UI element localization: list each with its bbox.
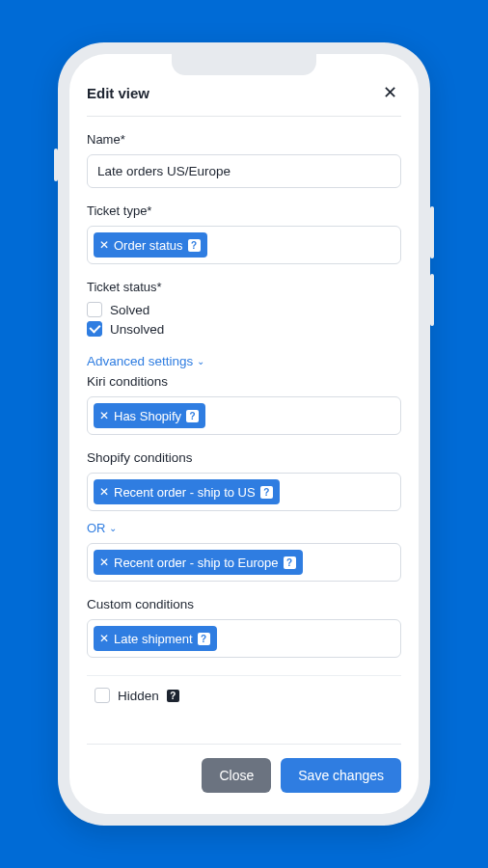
tag-label: Recent order - ship to US xyxy=(114,485,256,500)
ticket-type-label: Ticket type* xyxy=(87,203,401,218)
tag-has-shopify[interactable]: ✕ Has Shopify ? xyxy=(94,403,205,428)
advanced-settings-toggle[interactable]: Advanced settings ⌄ xyxy=(87,354,204,368)
hidden-label: Hidden xyxy=(118,689,159,703)
tag-remove-icon[interactable]: ✕ xyxy=(99,410,109,421)
chevron-down-icon: ⌄ xyxy=(109,523,117,533)
save-button[interactable]: Save changes xyxy=(281,758,401,793)
checkbox-solved[interactable] xyxy=(87,302,102,317)
info-icon[interactable]: ? xyxy=(198,633,210,645)
name-input[interactable] xyxy=(87,154,401,188)
tag-ship-europe[interactable]: ✕ Recent order - ship to Europe ? xyxy=(94,550,303,575)
tag-remove-icon[interactable]: ✕ xyxy=(99,239,109,251)
tag-late-shipment[interactable]: ✕ Late shipment ? xyxy=(94,626,217,651)
divider xyxy=(87,675,401,676)
info-icon[interactable]: ? xyxy=(167,690,179,702)
info-icon[interactable]: ? xyxy=(284,556,296,569)
checkbox-unsolved[interactable] xyxy=(87,321,102,337)
tag-label: Order status xyxy=(114,238,183,253)
checkbox-hidden[interactable] xyxy=(95,688,110,703)
tag-label: Late shipment xyxy=(114,632,193,646)
or-label: OR xyxy=(87,521,106,535)
tag-order-status[interactable]: ✕ Order status ? xyxy=(94,232,207,258)
tag-remove-icon[interactable]: ✕ xyxy=(99,633,109,644)
page-title: Edit view xyxy=(87,85,149,101)
info-icon[interactable]: ? xyxy=(188,239,201,252)
tag-label: Has Shopify xyxy=(114,409,181,423)
checkbox-solved-label: Solved xyxy=(110,303,149,317)
info-icon[interactable]: ? xyxy=(186,410,199,422)
checkbox-unsolved-label: Unsolved xyxy=(110,322,164,337)
custom-conditions-field[interactable]: ✕ Late shipment ? xyxy=(87,619,401,658)
close-icon[interactable]: ✕ xyxy=(378,81,401,104)
advanced-settings-label: Advanced settings xyxy=(87,354,193,368)
custom-conditions-label: Custom conditions xyxy=(87,597,401,611)
shopify-conditions-field-1[interactable]: ✕ Recent order - ship to US ? xyxy=(87,473,401,511)
modal-header: Edit view ✕ xyxy=(87,81,401,117)
shopify-conditions-field-2[interactable]: ✕ Recent order - ship to Europe ? xyxy=(87,543,401,582)
info-icon[interactable]: ? xyxy=(260,486,273,499)
ticket-type-field[interactable]: ✕ Order status ? xyxy=(87,226,401,264)
kiri-conditions-label: Kiri conditions xyxy=(87,374,401,389)
tag-remove-icon[interactable]: ✕ xyxy=(99,556,109,568)
modal-footer: Close Save changes xyxy=(87,744,401,799)
tag-remove-icon[interactable]: ✕ xyxy=(99,486,109,498)
tag-ship-us[interactable]: ✕ Recent order - ship to US ? xyxy=(94,479,280,504)
close-button[interactable]: Close xyxy=(202,758,271,793)
name-label: Name* xyxy=(87,132,401,147)
tag-label: Recent order - ship to Europe xyxy=(114,556,279,570)
ticket-status-label: Ticket status* xyxy=(87,280,401,294)
kiri-conditions-field[interactable]: ✕ Has Shopify ? xyxy=(87,396,401,435)
shopify-conditions-label: Shopify conditions xyxy=(87,450,401,465)
or-operator[interactable]: OR ⌄ xyxy=(87,521,117,535)
chevron-down-icon: ⌄ xyxy=(197,356,204,366)
